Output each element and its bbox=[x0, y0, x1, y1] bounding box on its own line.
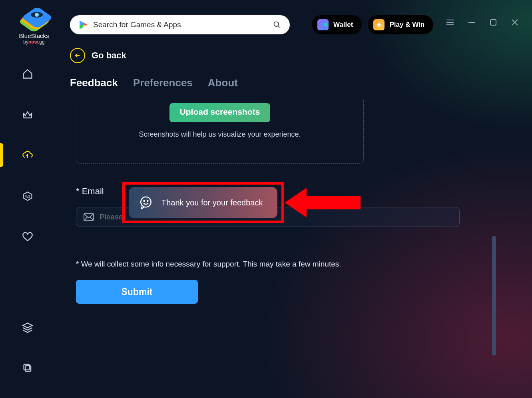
sidebar-crown[interactable] bbox=[22, 109, 34, 121]
svg-marker-2 bbox=[377, 22, 382, 27]
svg-point-21 bbox=[147, 201, 148, 201]
toast-message: Thank you for your feedback bbox=[161, 198, 263, 207]
hamburger-icon[interactable] bbox=[445, 18, 455, 27]
bluestacks-logo-icon bbox=[22, 8, 46, 30]
svg-marker-12 bbox=[23, 323, 32, 328]
google-play-icon bbox=[79, 20, 88, 29]
tab-preferences[interactable]: Preferences bbox=[133, 77, 193, 94]
minimize-icon[interactable] bbox=[467, 18, 476, 27]
sidebar-copy-icon[interactable] bbox=[22, 362, 34, 374]
arrow-left-icon bbox=[70, 48, 85, 63]
window-controls bbox=[445, 18, 520, 27]
upload-hint: Screenshots will help us visualize your … bbox=[139, 130, 301, 139]
scrollbar[interactable] bbox=[492, 236, 496, 356]
svg-line-17 bbox=[84, 217, 88, 221]
search-input[interactable] bbox=[93, 20, 267, 29]
header: BlueStacks bynow.gg Wallet Play & Win bbox=[0, 0, 532, 44]
close-icon[interactable] bbox=[510, 18, 520, 27]
search-icon[interactable] bbox=[273, 21, 281, 29]
playwin-label: Play & Win bbox=[389, 21, 424, 29]
svg-line-1 bbox=[278, 26, 280, 28]
svg-rect-7 bbox=[490, 20, 496, 25]
play-and-win-button[interactable]: Play & Win bbox=[368, 15, 433, 34]
wallet-label: Wallet bbox=[333, 21, 353, 29]
svg-point-19 bbox=[141, 197, 151, 207]
sidebar-favorites[interactable] bbox=[22, 231, 34, 243]
submit-button[interactable]: Submit bbox=[76, 280, 198, 304]
svg-point-20 bbox=[144, 201, 145, 201]
envelope-icon bbox=[84, 213, 94, 221]
brand-block: BlueStacks bynow.gg bbox=[12, 8, 56, 45]
sidebar-home[interactable] bbox=[22, 68, 34, 80]
wallet-button[interactable]: Wallet bbox=[312, 15, 362, 34]
svg-rect-14 bbox=[24, 364, 29, 370]
go-back-label: Go back bbox=[92, 50, 126, 61]
smiley-chat-icon bbox=[139, 196, 153, 209]
tab-feedback[interactable]: Feedback bbox=[70, 77, 118, 94]
star-icon bbox=[373, 19, 385, 30]
header-badges: Wallet Play & Win bbox=[312, 15, 433, 34]
sidebar: W3 bbox=[0, 52, 55, 398]
sidebar-cloud-sync[interactable] bbox=[22, 149, 34, 161]
tab-about[interactable]: About bbox=[208, 77, 238, 94]
svg-point-0 bbox=[274, 22, 279, 27]
maximize-icon[interactable] bbox=[488, 18, 498, 27]
svg-text:W3: W3 bbox=[25, 195, 30, 199]
wallet-icon bbox=[317, 19, 329, 30]
search-bar[interactable] bbox=[70, 15, 290, 34]
sidebar-web3-icon[interactable]: W3 bbox=[22, 190, 34, 202]
sidebar-layers-icon[interactable] bbox=[22, 321, 34, 333]
tabs: Feedback Preferences About bbox=[70, 77, 496, 94]
upload-dropzone[interactable]: Upload screenshots Screenshots will help… bbox=[76, 100, 364, 164]
disclaimer-text: * We will collect some info necessary fo… bbox=[76, 260, 496, 269]
go-back[interactable]: Go back bbox=[70, 48, 496, 63]
brand-name: BlueStacks bbox=[19, 32, 49, 39]
feedback-toast: Thank you for your feedback bbox=[129, 187, 277, 218]
brand-subtitle: bynow.gg bbox=[23, 39, 44, 45]
upload-screenshots-button[interactable]: Upload screenshots bbox=[169, 103, 271, 122]
svg-rect-13 bbox=[25, 366, 31, 371]
svg-line-18 bbox=[90, 217, 94, 221]
